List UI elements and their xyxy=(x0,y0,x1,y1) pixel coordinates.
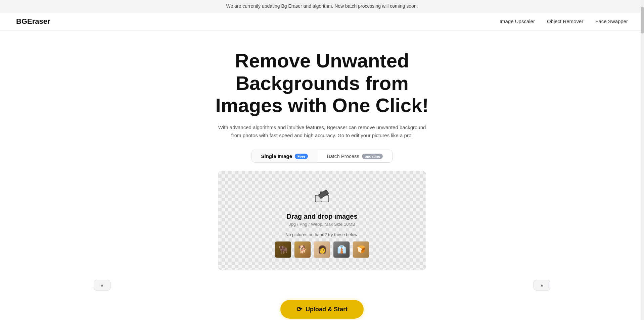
nav-link-image-upscaler[interactable]: Image Upscaler xyxy=(500,18,535,24)
navbar: BGEraser Image Upscaler Object Remover F… xyxy=(0,12,644,31)
hero-subtitle: With advanced algorithms and intuitive f… xyxy=(218,123,426,140)
drop-title: Drag and drop images xyxy=(286,213,357,220)
scroll-handle-left[interactable]: ▲ xyxy=(94,280,110,290)
banner-text: We are currently updating Bg Eraser and … xyxy=(226,3,418,9)
tab-batch-process[interactable]: Batch Process updating xyxy=(317,150,392,162)
scrollbar[interactable] xyxy=(641,0,644,320)
sample-img-3-emoji: 👩 xyxy=(314,242,330,258)
drop-zone[interactable]: Drag and drop images Jpg / Png / Webp. M… xyxy=(218,171,426,270)
drop-try-text: No pictures on hand? try these below: xyxy=(285,232,359,237)
sample-image-2[interactable]: 🐕 xyxy=(294,241,311,258)
sample-image-3[interactable]: 👩 xyxy=(314,241,330,258)
announcement-banner: We are currently updating Bg Eraser and … xyxy=(0,0,644,12)
nav-link-object-remover[interactable]: Object Remover xyxy=(547,18,583,24)
upload-start-button[interactable]: ⟳ Upload & Start xyxy=(280,300,364,319)
tab-selector: Single Image Free Batch Process updating xyxy=(251,150,393,163)
nav-link-face-swapper[interactable]: Face Swapper xyxy=(595,18,628,24)
tab-single-image-label: Single Image xyxy=(261,153,292,159)
upload-icon: ⟳ xyxy=(296,305,302,313)
sample-img-1-emoji: 🦬 xyxy=(275,242,291,258)
upload-button-label: Upload & Start xyxy=(306,306,348,313)
tab-single-image-badge: Free xyxy=(295,154,308,159)
nav-logo[interactable]: BGEraser xyxy=(16,17,50,26)
sample-images: 🦬 🐕 👩 👔 🍞 xyxy=(275,241,369,258)
nav-item-object-remover[interactable]: Object Remover xyxy=(547,18,583,24)
drop-formats: Jpg / Png / Webp. Max Size 10MB xyxy=(289,222,355,227)
nav-item-face-swapper[interactable]: Face Swapper xyxy=(595,18,628,24)
sample-image-1[interactable]: 🦬 xyxy=(275,241,291,258)
tab-batch-process-label: Batch Process xyxy=(327,153,359,159)
sample-image-4[interactable]: 👔 xyxy=(333,241,350,258)
nav-links: Image Upscaler Object Remover Face Swapp… xyxy=(500,18,628,24)
tab-single-image[interactable]: Single Image Free xyxy=(252,150,318,162)
chevron-up-right-icon: ▲ xyxy=(540,283,544,287)
scroll-handle-right[interactable]: ▲ xyxy=(534,280,550,290)
sample-image-5[interactable]: 🍞 xyxy=(353,241,369,258)
scroll-handle-row: ▲ ▲ xyxy=(87,280,557,290)
scrollbar-thumb[interactable] xyxy=(641,7,644,34)
sample-img-2-emoji: 🐕 xyxy=(294,242,311,258)
eraser-icon xyxy=(313,188,331,207)
nav-item-image-upscaler[interactable]: Image Upscaler xyxy=(500,18,535,24)
sample-img-4-emoji: 👔 xyxy=(333,242,350,258)
tab-batch-process-badge: updating xyxy=(362,154,383,159)
sample-img-5-emoji: 🍞 xyxy=(353,242,369,258)
hero-title: Remove Unwanted Backgrounds from Images … xyxy=(204,50,440,117)
main-content: Remove Unwanted Backgrounds from Images … xyxy=(0,31,644,320)
chevron-up-left-icon: ▲ xyxy=(100,283,104,287)
